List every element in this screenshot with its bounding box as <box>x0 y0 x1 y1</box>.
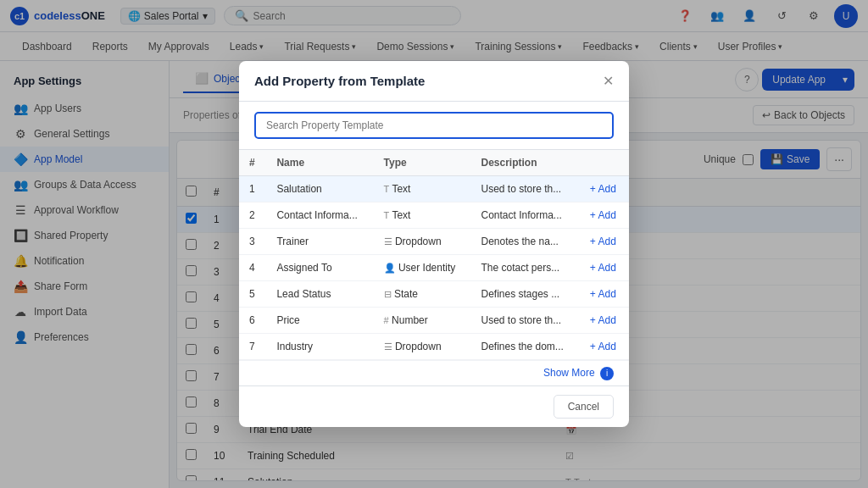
modal-row-type: 👤 User Identity <box>374 255 471 281</box>
modal-row-name: Trainer <box>266 229 373 255</box>
modal-overlay: Add Property from Template ✕ ➡ # Name Ty… <box>170 61 868 488</box>
modal-row-add[interactable]: + Add <box>580 281 629 308</box>
modal-footer: Cancel <box>239 385 629 427</box>
modal-row-name: Price <box>266 308 373 334</box>
modal-title: Add Property from Template <box>254 74 425 88</box>
show-more-row: Show More i <box>239 360 629 385</box>
modal-table-row[interactable]: 6 Price # Number Used to store th... + A… <box>239 308 629 334</box>
modal-row-add[interactable]: + Add <box>580 202 629 229</box>
modal-row-desc: Defines stages ... <box>470 281 579 308</box>
modal-table-wrapper: # Name Type Description 1 Salutation T T… <box>239 150 629 360</box>
modal-col-name: Name <box>266 150 373 176</box>
show-more-badge: i <box>600 367 614 380</box>
modal-row-num: 7 <box>239 334 266 360</box>
modal-col-num: # <box>239 150 266 176</box>
modal-row-add[interactable]: + Add <box>580 308 629 334</box>
add-property-modal: Add Property from Template ✕ ➡ # Name Ty… <box>239 61 629 427</box>
modal-close-button[interactable]: ✕ <box>603 73 614 89</box>
modal-header: Add Property from Template ✕ <box>239 61 629 102</box>
main-layout: App Settings 👥 App Users ⚙ General Setti… <box>0 61 868 488</box>
modal-row-desc: Defines the dom... <box>470 334 579 360</box>
modal-row-type: ☰ Dropdown <box>374 229 471 255</box>
modal-row-name: Assigned To <box>266 255 373 281</box>
modal-col-action <box>580 150 629 176</box>
modal-row-add[interactable]: + Add <box>580 255 629 281</box>
modal-table-row[interactable]: 1 Salutation T Text Used to store th... … <box>239 176 629 202</box>
modal-table-row[interactable]: 7 Industry ☰ Dropdown Defines the dom...… <box>239 334 629 360</box>
modal-row-num: 1 <box>239 176 266 202</box>
modal-row-name: Industry <box>266 334 373 360</box>
content-area: ⬜ Objects 🔗 Object Relations 👤 Roles 🖥 P… <box>170 61 868 488</box>
modal-row-desc: Used to store th... <box>470 308 579 334</box>
modal-row-num: 3 <box>239 229 266 255</box>
show-more-link[interactable]: Show More i <box>543 367 614 379</box>
modal-row-add[interactable]: + Add <box>580 334 629 360</box>
property-template-search[interactable] <box>254 112 614 139</box>
cancel-button[interactable]: Cancel <box>554 395 614 419</box>
template-table: # Name Type Description 1 Salutation T T… <box>239 150 629 360</box>
modal-row-num: 2 <box>239 202 266 229</box>
modal-row-num: 5 <box>239 281 266 308</box>
modal-col-desc: Description <box>470 150 579 176</box>
modal-search-area: ➡ <box>239 102 629 150</box>
modal-row-add[interactable]: + Add <box>580 176 629 202</box>
modal-table-row[interactable]: 3 Trainer ☰ Dropdown Denotes the na... +… <box>239 229 629 255</box>
modal-row-type: ☰ Dropdown <box>374 334 471 360</box>
modal-row-type: T Text <box>374 202 471 229</box>
modal-col-type: Type <box>374 150 471 176</box>
modal-row-desc: Contact Informa... <box>470 202 579 229</box>
modal-row-desc: The cotact pers... <box>470 255 579 281</box>
modal-row-desc: Denotes the na... <box>470 229 579 255</box>
modal-table-row[interactable]: 2 Contact Informa... T Text Contact Info… <box>239 202 629 229</box>
modal-row-name: Lead Status <box>266 281 373 308</box>
modal-row-add[interactable]: + Add <box>580 229 629 255</box>
modal-row-desc: Used to store th... <box>470 176 579 202</box>
modal-row-num: 6 <box>239 308 266 334</box>
modal-row-name: Salutation <box>266 176 373 202</box>
modal-row-type: ⊟ State <box>374 281 471 308</box>
modal-row-type: T Text <box>374 176 471 202</box>
modal-row-name: Contact Informa... <box>266 202 373 229</box>
modal-table-row[interactable]: 5 Lead Status ⊟ State Defines stages ...… <box>239 281 629 308</box>
modal-table-row[interactable]: 4 Assigned To 👤 User Identity The cotact… <box>239 255 629 281</box>
modal-row-type: # Number <box>374 308 471 334</box>
modal-row-num: 4 <box>239 255 266 281</box>
